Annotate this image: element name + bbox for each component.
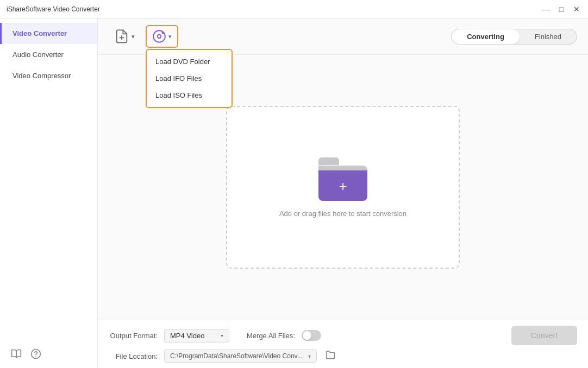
maximize-button[interactable]: □ bbox=[556, 4, 566, 14]
toggle-knob bbox=[303, 331, 311, 340]
window-title: iShareSoftware Video Converter bbox=[7, 5, 100, 13]
help-icon[interactable] bbox=[30, 348, 41, 361]
open-folder-button[interactable] bbox=[326, 350, 335, 362]
add-file-chevron: ▾ bbox=[132, 33, 135, 40]
dvd-button-wrapper: ▾ Load DVD Folder Load IFO Files Load IS… bbox=[146, 25, 178, 48]
sidebar: Video Converter Audio Converter Video Co… bbox=[0, 18, 98, 368]
sidebar-item-video-compressor[interactable]: Video Compressor bbox=[0, 65, 97, 86]
minimize-button[interactable]: — bbox=[541, 4, 551, 14]
sidebar-item-video-converter[interactable]: Video Converter bbox=[0, 23, 97, 44]
add-file-button[interactable]: ▾ bbox=[109, 26, 140, 47]
book-open-icon[interactable] bbox=[11, 348, 22, 361]
window-controls: — □ ✕ bbox=[541, 4, 581, 14]
sidebar-bottom bbox=[0, 342, 97, 368]
file-location-label: File Location: bbox=[109, 352, 158, 360]
load-dvd-folder-item[interactable]: Load DVD Folder bbox=[147, 53, 232, 70]
main-content: ▾ ▾ Load DVD Folder bbox=[98, 18, 588, 368]
merge-toggle[interactable] bbox=[302, 330, 321, 341]
app-body: Video Converter Audio Converter Video Co… bbox=[0, 18, 588, 368]
folder-icon: + bbox=[318, 157, 367, 201]
merge-all-files-label: Merge All Files: bbox=[247, 332, 295, 340]
sidebar-label-audio-converter: Audio Converter bbox=[12, 50, 64, 59]
drop-zone[interactable]: + Add or drag files here to start conver… bbox=[226, 106, 460, 269]
file-location-chevron-icon: ▾ bbox=[308, 353, 311, 359]
dvd-dropdown-menu: Load DVD Folder Load IFO Files Load ISO … bbox=[146, 49, 233, 108]
file-location-value: C:\ProgramData\ShareSoftware\Video Conv.… bbox=[170, 352, 303, 360]
tab-converting[interactable]: Converting bbox=[452, 29, 520, 44]
tab-finished[interactable]: Finished bbox=[520, 29, 577, 44]
bottom-row-location: File Location: C:\ProgramData\ShareSoftw… bbox=[109, 350, 577, 363]
sidebar-item-audio-converter[interactable]: Audio Converter bbox=[0, 44, 97, 65]
folder-tab bbox=[318, 157, 339, 165]
format-select-chevron-icon: ▾ bbox=[221, 333, 223, 339]
output-format-select[interactable]: MP4 Video ▾ bbox=[164, 329, 229, 342]
toolbar: ▾ ▾ Load DVD Folder bbox=[98, 18, 588, 55]
close-button[interactable]: ✕ bbox=[572, 4, 581, 14]
convert-button[interactable]: Convert bbox=[511, 326, 577, 345]
dvd-load-button[interactable]: ▾ bbox=[146, 25, 178, 48]
output-format-value: MP4 Video bbox=[170, 332, 204, 340]
output-format-label: Output Format: bbox=[109, 332, 158, 340]
sidebar-label-video-compressor: Video Compressor bbox=[12, 72, 71, 80]
title-bar: iShareSoftware Video Converter — □ ✕ bbox=[0, 0, 588, 18]
bottom-row-format: Output Format: MP4 Video ▾ Merge All Fil… bbox=[109, 326, 577, 345]
bottom-bar: Output Format: MP4 Video ▾ Merge All Fil… bbox=[98, 320, 588, 368]
svg-point-5 bbox=[158, 35, 161, 39]
folder-plus-icon: + bbox=[339, 179, 347, 193]
drop-zone-text: Add or drag files here to start conversi… bbox=[279, 210, 406, 218]
load-iso-files-item[interactable]: Load ISO Files bbox=[147, 87, 232, 104]
load-ifo-files-item[interactable]: Load IFO Files bbox=[147, 70, 232, 87]
tab-switcher: Converting Finished bbox=[451, 29, 577, 45]
dvd-chevron-icon: ▾ bbox=[168, 33, 172, 40]
sidebar-label-video-converter: Video Converter bbox=[12, 29, 67, 37]
file-location-input[interactable]: C:\ProgramData\ShareSoftware\Video Conv.… bbox=[164, 350, 317, 363]
